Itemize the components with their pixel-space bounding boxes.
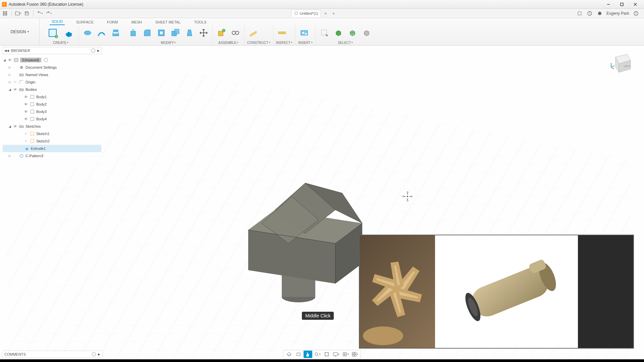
svg-line-27 (118, 32, 119, 34)
notifications-button[interactable] (596, 10, 603, 17)
select-body-button[interactable] (332, 27, 344, 39)
tree-sketch1[interactable]: 👁 Sketch1 (3, 130, 101, 137)
origin-icon (19, 80, 24, 84)
svg-rect-96 (352, 355, 354, 356)
look-at-button[interactable] (294, 351, 303, 358)
window-maximize-button[interactable] (615, 0, 629, 9)
undo-button[interactable]: ▾ (36, 10, 44, 17)
toolgroup-modify-label[interactable]: MODIFY▾ (127, 40, 210, 45)
save-button[interactable] (23, 10, 31, 17)
browser-tree: ◢👁 (Unsaved) ▷ ⚙ Document Settings ▷ Nam… (0, 56, 104, 160)
combine-button[interactable] (169, 27, 181, 39)
svg-rect-92 (333, 353, 337, 356)
grid-snap-button[interactable]: ▾ (341, 351, 350, 358)
display-button[interactable]: ▾ (332, 351, 340, 358)
tree-sketches-folder[interactable]: ◢👁 Sketches (3, 123, 101, 130)
job-status-button[interactable] (586, 10, 593, 17)
toolgroup-create-label[interactable]: CREATE▾ (46, 40, 76, 45)
zoom-button[interactable]: ▾ (313, 351, 322, 358)
toolgroup-construct: CONSTRUCT▾ (245, 25, 273, 45)
user-name[interactable]: Evgeny Park (606, 11, 629, 16)
tree-named-views[interactable]: ▷ Named Views (3, 71, 101, 78)
sweep-button[interactable] (96, 27, 108, 39)
press-pull-button[interactable] (127, 27, 139, 39)
new-component-button[interactable]: + (215, 27, 227, 39)
tab-solid[interactable]: SOLID (50, 18, 65, 25)
window-select-button[interactable] (318, 27, 330, 39)
tree-body4[interactable]: 👁 Body4 (3, 115, 101, 123)
tree-body3[interactable]: 👁 Body3 (3, 108, 101, 115)
tree-body1[interactable]: 👁 Body1 (3, 93, 101, 101)
toolgroup-assemble-label[interactable]: ASSEMBLE▾ (215, 40, 241, 45)
window-minimize-button[interactable] (602, 0, 615, 9)
comments-settings-icon[interactable] (92, 352, 96, 356)
tree-body2[interactable]: 👁 Body2 (3, 101, 101, 108)
comments-panel-header[interactable]: COMMENTS ▶ (2, 351, 103, 358)
loft-button[interactable] (110, 27, 122, 39)
apps-grid-button[interactable] (1, 10, 9, 17)
select-face-button[interactable] (346, 27, 359, 39)
workspace-switcher[interactable]: DESIGN ▾ (0, 18, 40, 45)
tab-mesh[interactable]: MESH (129, 19, 144, 25)
tab-tools[interactable]: TOOLS (192, 19, 209, 25)
toolgroup-insert-label[interactable]: INSERT▾ (298, 40, 313, 45)
svg-line-26 (113, 32, 113, 34)
reference-image-overlay[interactable] (359, 235, 634, 349)
new-tab-button[interactable]: + (330, 10, 337, 17)
tree-bodies-folder[interactable]: ◢👁 Bodies (3, 86, 101, 93)
tree-cpattern3[interactable]: ▷ C-Pattern3 (3, 152, 101, 160)
reference-image-right (578, 235, 633, 348)
extensions-button[interactable] (576, 10, 583, 17)
draft-button[interactable] (183, 27, 196, 39)
svg-rect-32 (174, 29, 179, 34)
extrude-button[interactable] (62, 26, 76, 40)
tree-extrude1[interactable]: Extrude1 (3, 145, 101, 152)
revolve-button[interactable] (82, 27, 94, 39)
svg-rect-10 (3, 14, 4, 15)
view-cube[interactable]: LEFT (607, 50, 634, 77)
browser-panel-header[interactable]: ◀◀ BROWSER ▶ (2, 47, 102, 54)
svg-rect-94 (352, 352, 354, 354)
measure-button[interactable] (276, 27, 288, 39)
fillet-button[interactable] (141, 27, 153, 39)
browser-settings-icon[interactable] (91, 49, 95, 53)
svg-rect-1 (621, 3, 623, 6)
tree-root[interactable]: ◢👁 (Unsaved) (3, 56, 101, 64)
fit-button[interactable] (322, 351, 331, 358)
help-button[interactable]: ? (633, 10, 639, 17)
shell-button[interactable] (155, 27, 167, 39)
toolgroup-inspect-label[interactable]: INSPECT▾ (276, 40, 292, 45)
close-tab-button[interactable]: × (322, 10, 329, 17)
document-tab[interactable]: Untitled*(1) (291, 10, 321, 17)
insert-button[interactable] (298, 27, 310, 39)
action-tooltip: Middle Click (302, 312, 334, 320)
svg-rect-5 (5, 11, 6, 12)
joint-button[interactable] (229, 27, 241, 39)
tree-document-settings[interactable]: ▷ ⚙ Document Settings (3, 64, 101, 71)
tree-origin[interactable]: ▷👁 Origin (3, 78, 101, 86)
viewport-layout-button[interactable]: ▾ (351, 351, 359, 358)
toolgroup-construct-label[interactable]: CONSTRUCT▾ (247, 40, 270, 45)
browser-panel-title: BROWSER (11, 49, 30, 53)
tab-surface[interactable]: SURFACE (74, 19, 96, 25)
svg-rect-11 (5, 14, 6, 15)
window-close-button[interactable] (629, 0, 642, 9)
construct-plane-button[interactable] (247, 27, 259, 39)
move-button[interactable] (198, 27, 210, 39)
file-menu-button[interactable]: ▾ (14, 10, 22, 17)
create-sketch-button[interactable]: + (46, 26, 60, 40)
svg-text:?: ? (635, 12, 637, 15)
pan-button[interactable] (304, 351, 312, 358)
select-component-button[interactable] (361, 27, 373, 39)
tree-sketch2[interactable]: 👁 Sketch2 (3, 137, 101, 145)
redo-button[interactable]: ▾ (45, 10, 52, 17)
svg-rect-28 (131, 31, 136, 36)
tab-sheet-metal[interactable]: SHEET METAL (153, 19, 182, 25)
activate-component-icon[interactable] (44, 58, 48, 62)
svg-rect-66 (31, 132, 34, 135)
tab-form[interactable]: FORM (105, 19, 120, 25)
toolgroup-select-label[interactable]: SELECT▾ (318, 40, 373, 45)
body-icon (30, 109, 35, 114)
orbit-button[interactable] (285, 351, 293, 358)
toolgroup-insert: INSERT▾ (296, 25, 316, 45)
